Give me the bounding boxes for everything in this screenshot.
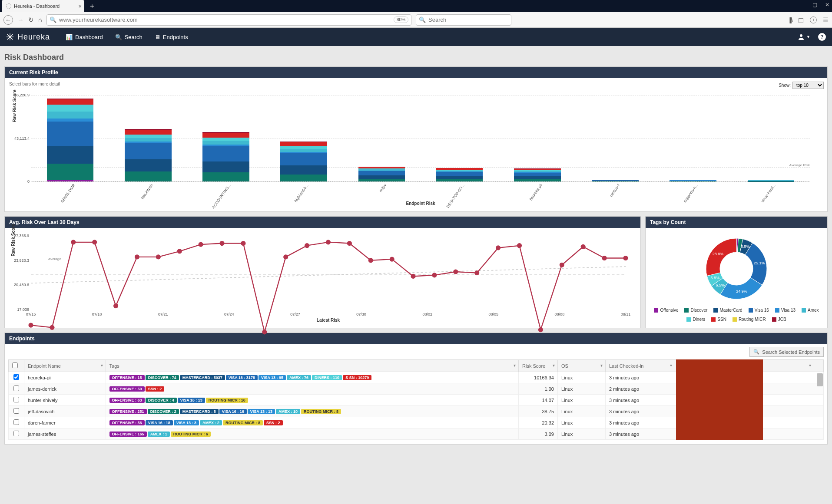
back-icon[interactable]: ← — [3, 15, 13, 25]
tag-badge[interactable]: ROUTING MICR : 6 — [171, 432, 211, 437]
os-cell: Linux — [558, 372, 606, 383]
bar-m@v[interactable]: m@v — [358, 167, 405, 181]
tag-badge[interactable]: AMEX : 10 — [276, 409, 300, 414]
bar-ACCOUNTING...[interactable]: ACCOUNTING... — [202, 132, 249, 181]
filter-icon[interactable]: ▾ — [670, 363, 672, 368]
legend-item[interactable]: SSN — [711, 317, 726, 322]
tag-badge[interactable]: VISA 13 : 3 — [174, 420, 199, 425]
tag-badge[interactable]: VISA 16 : 18 — [146, 420, 173, 425]
legend-item[interactable]: JCB — [772, 317, 786, 322]
legend-item[interactable]: Discover — [684, 308, 707, 313]
select-all-checkbox[interactable] — [12, 362, 18, 368]
reload-icon[interactable]: ↻ — [28, 16, 34, 24]
legend-item[interactable]: Amex — [802, 308, 819, 313]
col-endpoint-name[interactable]: Endpoint Name — [28, 363, 61, 369]
legend-item[interactable]: Visa 13 — [775, 308, 796, 313]
tag-badge[interactable]: OFFENSIVE : 56 — [109, 420, 145, 425]
row-checkbox[interactable] — [13, 374, 19, 380]
tag-badge[interactable]: AMEX : 76 — [287, 375, 311, 380]
bar-highland-b...[interactable]: highland-b... — [280, 142, 327, 181]
bar-DESKTOP-6G...[interactable]: DESKTOP-6G... — [436, 168, 483, 181]
tag-badge[interactable]: OFFENSIVE : 251 — [109, 409, 147, 414]
tag-badge[interactable]: DISCOVER : 4 — [146, 398, 177, 403]
nav-endpoints[interactable]: 🖥Endpoints — [155, 34, 188, 40]
filter-icon[interactable]: ▾ — [809, 363, 811, 368]
close-window-icon[interactable]: ✕ — [825, 2, 829, 8]
filter-icon[interactable]: ▾ — [514, 363, 516, 368]
bar-Macintosh[interactable]: Macintosh — [125, 129, 172, 181]
col-tags[interactable]: Tags — [109, 363, 119, 369]
tag-badge[interactable]: VISA 13 : 95 — [259, 375, 286, 380]
zoom-badge[interactable]: 80% — [394, 16, 408, 23]
browser-search-box[interactable]: 🔍 Search — [416, 14, 511, 26]
filter-icon[interactable]: ▾ — [553, 363, 555, 368]
svg-point-9 — [71, 240, 76, 244]
tag-badge[interactable]: S SN : 10279 — [343, 375, 371, 380]
maximize-icon[interactable]: ▢ — [812, 2, 817, 8]
tag-badge[interactable]: AMEX : 2 — [200, 420, 222, 425]
home-icon[interactable]: ⌂ — [38, 16, 42, 23]
browser-tab[interactable]: Heureka - Dashboard × — [2, 0, 84, 12]
filter-icon[interactable]: ▾ — [600, 363, 603, 368]
tag-badge[interactable]: OFFENSIVE : 63 — [109, 398, 145, 403]
tag-badge[interactable]: OFFENSIVE : 165 — [109, 432, 147, 437]
legend-item[interactable]: Visa 16 — [749, 308, 769, 313]
menu-icon[interactable]: ☰ — [823, 16, 829, 23]
tag-badge[interactable]: SSN : 2 — [146, 386, 165, 392]
brand-logo[interactable]: Heureka — [6, 33, 50, 42]
tag-badge[interactable]: ROUTING MICR : 16 — [206, 398, 248, 403]
row-checkbox[interactable] — [13, 385, 19, 391]
tag-badge[interactable]: VISA 16 : 16 — [219, 409, 247, 414]
avg-risk-chart[interactable]: Raw Risk Score Latest Risk 17,03820,480.… — [31, 236, 626, 310]
close-tab-icon[interactable]: × — [78, 3, 82, 10]
library-icon[interactable]: |||\ — [789, 16, 792, 23]
risk-profile-panel: Current Risk Profile Select bars for mor… — [4, 66, 828, 212]
bar-heureka-pii[interactable]: heureka-pii — [514, 168, 561, 181]
minimize-icon[interactable]: — — [799, 2, 805, 8]
bar-supports-n...[interactable]: supports-n... — [670, 180, 716, 181]
tag-badge[interactable]: OFFENSIVE : 15 — [109, 375, 145, 380]
tag-badge[interactable]: VISA 13 : 13 — [248, 409, 275, 414]
show-top-select[interactable]: top 10 — [792, 82, 824, 89]
row-checkbox[interactable] — [13, 431, 19, 436]
nav-search[interactable]: 🔍Search — [115, 34, 143, 40]
tag-badge[interactable]: SSN : 2 — [264, 420, 283, 425]
tag-badge[interactable]: AMEX : 1 — [148, 432, 170, 437]
address-bar[interactable]: 🔍 www.yourheurekasoftware.com 80% — [46, 14, 411, 26]
help-icon[interactable]: ? — [818, 33, 826, 41]
legend-item[interactable]: Diners — [686, 317, 705, 322]
tags-donut-chart[interactable]: 5.5%25.1%24.9%6.5%5.8%28.8%OffensiveDisc… — [650, 231, 823, 324]
col-os[interactable]: OS — [561, 363, 568, 369]
tag-badge[interactable]: ROUTING MICR : 8 — [223, 420, 263, 425]
tag-badge[interactable]: DISCOVER : 74 — [146, 375, 179, 380]
nav-dashboard[interactable]: 📊Dashboard — [66, 34, 103, 40]
legend-item[interactable]: Routing MICR — [733, 317, 766, 322]
tag-badge[interactable]: DINERS : 110 — [312, 375, 342, 380]
user-menu[interactable]: ▼ — [798, 33, 810, 40]
legend-item[interactable]: MasterCard — [713, 308, 742, 313]
tag-badge[interactable]: MASTERCARD : 5037 — [180, 375, 225, 380]
tag-badge[interactable]: VISA 16 : 3178 — [226, 375, 258, 380]
help-circle-icon[interactable]: i — [810, 16, 817, 23]
sidebar-icon[interactable]: ◫ — [798, 16, 804, 23]
search-selected-endpoints-button[interactable]: 🔍 Search Selected Endpoints — [749, 347, 824, 357]
risk-profile-chart[interactable]: Raw Risk Score Endpoint Risk 043,113.486… — [31, 95, 810, 182]
tag-badge[interactable]: MASTERCARD : 8 — [180, 409, 219, 414]
col-risk-score[interactable]: Risk Score — [522, 363, 545, 369]
forward-icon[interactable]: → — [17, 16, 24, 23]
tag-badge[interactable]: ROUTING MICR : 8 — [301, 409, 341, 414]
bar-centos-7[interactable]: centos-7 — [592, 180, 639, 181]
row-checkbox[interactable] — [13, 419, 19, 425]
tag-badge[interactable]: VISA 16 : 13 — [178, 398, 205, 403]
col-last-checked[interactable]: Last Checked-in — [609, 363, 644, 369]
table-scrollbar[interactable] — [817, 373, 823, 386]
row-checkbox[interactable] — [13, 397, 19, 402]
bar-SB001-DMR[interactable]: SB001-DMR — [47, 99, 94, 181]
filter-icon[interactable]: ▾ — [101, 363, 103, 368]
bar-vince-kami...[interactable]: vince-kami... — [748, 180, 795, 181]
row-checkbox[interactable] — [13, 408, 19, 414]
tag-badge[interactable]: DISCOVER : 2 — [148, 409, 179, 414]
legend-item[interactable]: Offensive — [654, 308, 678, 313]
new-tab-button[interactable]: ＋ — [89, 2, 96, 11]
tag-badge[interactable]: OFFENSIVE : 50 — [109, 386, 145, 392]
